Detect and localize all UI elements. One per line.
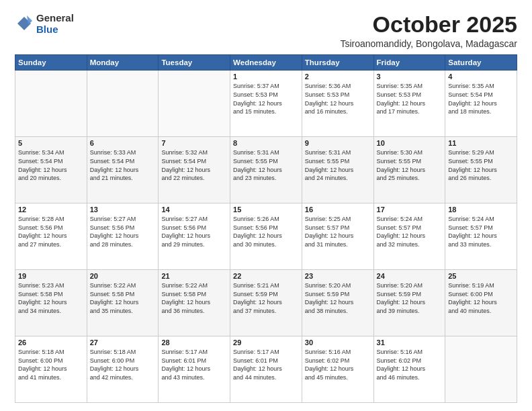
day-number: 9 bbox=[305, 139, 371, 147]
calendar-cell bbox=[87, 71, 159, 137]
day-info: Sunrise: 5:27 AMSunset: 5:56 PMDaylight:… bbox=[90, 215, 156, 248]
day-info: Sunrise: 5:20 AMSunset: 5:59 PMDaylight:… bbox=[377, 281, 443, 315]
calendar-cell: 27Sunrise: 5:18 AMSunset: 6:00 PMDayligh… bbox=[87, 336, 159, 403]
day-info: Sunrise: 5:20 AMSunset: 5:59 PMDaylight:… bbox=[305, 281, 371, 315]
day-info: Sunrise: 5:19 AMSunset: 6:00 PMDaylight:… bbox=[448, 281, 514, 315]
day-info: Sunrise: 5:24 AMSunset: 5:57 PMDaylight:… bbox=[448, 215, 514, 248]
day-info: Sunrise: 5:27 AMSunset: 5:56 PMDaylight:… bbox=[161, 215, 227, 248]
col-sunday: Sunday bbox=[15, 55, 87, 71]
day-info: Sunrise: 5:37 AMSunset: 5:53 PMDaylight:… bbox=[233, 82, 299, 116]
calendar-week-3: 19Sunrise: 5:23 AMSunset: 5:58 PMDayligh… bbox=[15, 270, 517, 336]
calendar-table: Sunday Monday Tuesday Wednesday Thursday… bbox=[15, 54, 517, 403]
calendar-cell: 31Sunrise: 5:16 AMSunset: 6:02 PMDayligh… bbox=[373, 336, 445, 403]
calendar-cell: 25Sunrise: 5:19 AMSunset: 6:00 PMDayligh… bbox=[445, 270, 517, 336]
day-info: Sunrise: 5:34 AMSunset: 5:54 PMDaylight:… bbox=[18, 148, 84, 182]
col-tuesday: Tuesday bbox=[159, 55, 230, 71]
day-number: 3 bbox=[377, 73, 443, 81]
calendar-week-1: 5Sunrise: 5:34 AMSunset: 5:54 PMDaylight… bbox=[15, 137, 517, 203]
day-info: Sunrise: 5:33 AMSunset: 5:54 PMDaylight:… bbox=[90, 148, 156, 182]
day-info: Sunrise: 5:30 AMSunset: 5:55 PMDaylight:… bbox=[377, 148, 443, 182]
calendar-cell: 7Sunrise: 5:32 AMSunset: 5:54 PMDaylight… bbox=[159, 137, 230, 203]
day-info: Sunrise: 5:32 AMSunset: 5:54 PMDaylight:… bbox=[161, 148, 227, 182]
day-number: 2 bbox=[305, 73, 371, 81]
day-number: 14 bbox=[161, 205, 227, 214]
logo-general: General bbox=[36, 12, 74, 24]
calendar-cell: 12Sunrise: 5:28 AMSunset: 5:56 PMDayligh… bbox=[15, 203, 87, 270]
calendar-cell: 21Sunrise: 5:22 AMSunset: 5:58 PMDayligh… bbox=[159, 270, 230, 336]
logo-blue: Blue bbox=[36, 24, 74, 35]
logo-icon bbox=[15, 14, 34, 33]
calendar-cell: 22Sunrise: 5:21 AMSunset: 5:59 PMDayligh… bbox=[230, 270, 302, 336]
day-info: Sunrise: 5:36 AMSunset: 5:53 PMDaylight:… bbox=[305, 82, 371, 116]
day-number: 27 bbox=[90, 338, 156, 347]
calendar-cell: 6Sunrise: 5:33 AMSunset: 5:54 PMDaylight… bbox=[87, 137, 159, 203]
day-info: Sunrise: 5:16 AMSunset: 6:02 PMDaylight:… bbox=[305, 348, 371, 381]
day-info: Sunrise: 5:35 AMSunset: 5:53 PMDaylight:… bbox=[377, 82, 443, 116]
calendar-cell: 5Sunrise: 5:34 AMSunset: 5:54 PMDaylight… bbox=[15, 137, 87, 203]
col-thursday: Thursday bbox=[302, 55, 373, 71]
calendar-cell: 10Sunrise: 5:30 AMSunset: 5:55 PMDayligh… bbox=[373, 137, 445, 203]
day-number: 30 bbox=[305, 338, 371, 347]
calendar-cell: 11Sunrise: 5:29 AMSunset: 5:55 PMDayligh… bbox=[445, 137, 517, 203]
calendar-cell: 26Sunrise: 5:18 AMSunset: 6:00 PMDayligh… bbox=[15, 336, 87, 403]
calendar-cell: 16Sunrise: 5:25 AMSunset: 5:57 PMDayligh… bbox=[302, 203, 373, 270]
day-info: Sunrise: 5:23 AMSunset: 5:58 PMDaylight:… bbox=[18, 281, 84, 315]
location: Tsiroanomandidy, Bongolava, Madagascar bbox=[340, 38, 517, 49]
calendar-cell: 2Sunrise: 5:36 AMSunset: 5:53 PMDaylight… bbox=[302, 71, 373, 137]
calendar-cell: 17Sunrise: 5:24 AMSunset: 5:57 PMDayligh… bbox=[373, 203, 445, 270]
top-section: General Blue October 2025 Tsiroanomandid… bbox=[15, 12, 517, 49]
logo: General Blue bbox=[15, 12, 74, 36]
calendar-cell: 23Sunrise: 5:20 AMSunset: 5:59 PMDayligh… bbox=[302, 270, 373, 336]
header-right: October 2025 Tsiroanomandidy, Bongolava,… bbox=[340, 12, 517, 49]
day-info: Sunrise: 5:18 AMSunset: 6:00 PMDaylight:… bbox=[90, 348, 156, 381]
day-number: 15 bbox=[233, 205, 299, 214]
calendar-cell: 4Sunrise: 5:35 AMSunset: 5:54 PMDaylight… bbox=[445, 71, 517, 137]
calendar-cell: 18Sunrise: 5:24 AMSunset: 5:57 PMDayligh… bbox=[445, 203, 517, 270]
day-info: Sunrise: 5:29 AMSunset: 5:55 PMDaylight:… bbox=[448, 148, 514, 182]
calendar-cell: 13Sunrise: 5:27 AMSunset: 5:56 PMDayligh… bbox=[87, 203, 159, 270]
calendar-cell: 15Sunrise: 5:26 AMSunset: 5:56 PMDayligh… bbox=[230, 203, 302, 270]
day-number: 29 bbox=[233, 338, 299, 347]
calendar-week-4: 26Sunrise: 5:18 AMSunset: 6:00 PMDayligh… bbox=[15, 336, 517, 403]
calendar-cell: 20Sunrise: 5:22 AMSunset: 5:58 PMDayligh… bbox=[87, 270, 159, 336]
logo-text: General Blue bbox=[36, 12, 74, 36]
col-saturday: Saturday bbox=[445, 55, 517, 71]
calendar-cell: 24Sunrise: 5:20 AMSunset: 5:59 PMDayligh… bbox=[373, 270, 445, 336]
day-number: 12 bbox=[18, 205, 84, 214]
day-info: Sunrise: 5:17 AMSunset: 6:01 PMDaylight:… bbox=[233, 348, 299, 381]
day-number: 11 bbox=[448, 139, 514, 147]
day-number: 24 bbox=[377, 272, 443, 280]
calendar-cell: 19Sunrise: 5:23 AMSunset: 5:58 PMDayligh… bbox=[15, 270, 87, 336]
calendar-week-0: 1Sunrise: 5:37 AMSunset: 5:53 PMDaylight… bbox=[15, 71, 517, 137]
col-monday: Monday bbox=[87, 55, 159, 71]
day-info: Sunrise: 5:17 AMSunset: 6:01 PMDaylight:… bbox=[161, 348, 227, 381]
day-info: Sunrise: 5:21 AMSunset: 5:59 PMDaylight:… bbox=[233, 281, 299, 315]
day-info: Sunrise: 5:22 AMSunset: 5:58 PMDaylight:… bbox=[90, 281, 156, 315]
col-friday: Friday bbox=[373, 55, 445, 71]
day-number: 22 bbox=[233, 272, 299, 280]
day-number: 21 bbox=[161, 272, 227, 280]
day-number: 10 bbox=[377, 139, 443, 147]
day-info: Sunrise: 5:26 AMSunset: 5:56 PMDaylight:… bbox=[233, 215, 299, 248]
calendar-cell: 30Sunrise: 5:16 AMSunset: 6:02 PMDayligh… bbox=[302, 336, 373, 403]
day-info: Sunrise: 5:25 AMSunset: 5:57 PMDaylight:… bbox=[305, 215, 371, 248]
day-info: Sunrise: 5:28 AMSunset: 5:56 PMDaylight:… bbox=[18, 215, 84, 248]
day-number: 6 bbox=[90, 139, 156, 147]
day-number: 28 bbox=[161, 338, 227, 347]
col-wednesday: Wednesday bbox=[230, 55, 302, 71]
day-number: 26 bbox=[18, 338, 84, 347]
day-number: 5 bbox=[18, 139, 84, 147]
calendar-week-2: 12Sunrise: 5:28 AMSunset: 5:56 PMDayligh… bbox=[15, 203, 517, 270]
day-info: Sunrise: 5:35 AMSunset: 5:54 PMDaylight:… bbox=[448, 82, 514, 116]
calendar-cell: 28Sunrise: 5:17 AMSunset: 6:01 PMDayligh… bbox=[159, 336, 230, 403]
day-number: 18 bbox=[448, 205, 514, 214]
day-info: Sunrise: 5:22 AMSunset: 5:58 PMDaylight:… bbox=[161, 281, 227, 315]
calendar-header-row: Sunday Monday Tuesday Wednesday Thursday… bbox=[15, 55, 517, 71]
day-info: Sunrise: 5:31 AMSunset: 5:55 PMDaylight:… bbox=[305, 148, 371, 182]
day-number: 13 bbox=[90, 205, 156, 214]
calendar-cell: 3Sunrise: 5:35 AMSunset: 5:53 PMDaylight… bbox=[373, 71, 445, 137]
day-info: Sunrise: 5:31 AMSunset: 5:55 PMDaylight:… bbox=[233, 148, 299, 182]
day-info: Sunrise: 5:24 AMSunset: 5:57 PMDaylight:… bbox=[377, 215, 443, 248]
calendar-cell: 29Sunrise: 5:17 AMSunset: 6:01 PMDayligh… bbox=[230, 336, 302, 403]
day-number: 17 bbox=[377, 205, 443, 214]
